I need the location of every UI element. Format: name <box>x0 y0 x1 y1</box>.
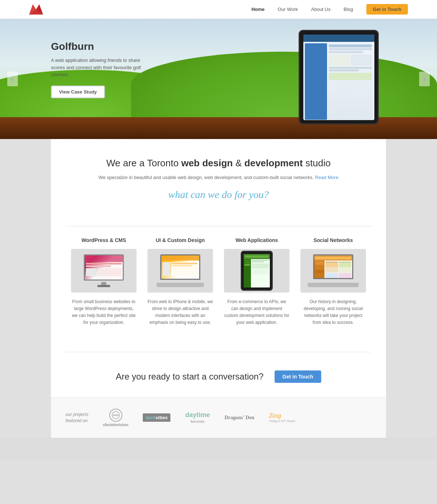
hero-hill-right <box>131 52 437 117</box>
cta-section: Are you ready to start a conversation? G… <box>51 360 386 397</box>
dragons-den-label: Dragons' Den <box>224 415 254 420</box>
hero-next-button[interactable]: › <box>419 72 430 86</box>
monitor-icon <box>82 254 126 287</box>
featured-cbc-logo: cbctelevision <box>103 409 129 427</box>
laptop2-icon <box>308 254 359 287</box>
cbc-gem-icon <box>109 409 122 422</box>
studio-headline-suffix: studio <box>303 158 331 168</box>
what-can-label: what can we do for you? <box>66 189 371 201</box>
hero-device-mockup <box>299 30 379 124</box>
cta-headline: Are you ready to start a conversation? <box>116 372 264 382</box>
svg-point-5 <box>115 414 117 416</box>
nav-blog[interactable]: Blog <box>343 7 353 12</box>
studio-headline: We are a Toronto web design & developmen… <box>66 157 371 170</box>
nav-home[interactable]: Home <box>251 7 264 12</box>
hero-prev-button[interactable]: ‹ <box>7 72 18 86</box>
hero-title: Golfburn <box>51 41 153 52</box>
service-web-apps: Web Applications <box>219 237 295 334</box>
page-footer <box>0 438 437 460</box>
svg-point-6 <box>117 414 118 416</box>
services-grid: WordPress & CMS <box>51 237 386 345</box>
techvibes-label: techvibes <box>143 413 170 422</box>
studio-headline-mid: & <box>233 158 244 168</box>
read-more-link[interactable]: Read More <box>315 175 338 180</box>
featured-section: our projects featured on cbctelevision <box>51 397 386 438</box>
studio-bold-development: development <box>244 158 303 168</box>
hero-text-content: Golfburn A web application allowing frie… <box>0 19 153 98</box>
featured-zing-logo: ZingToday's HIT Music <box>269 413 295 423</box>
service-webapps-image <box>224 249 290 293</box>
nav-our-work[interactable]: Our Work <box>278 7 298 12</box>
nav-links: Home Our Work About Us Blog Get in Touch <box>251 4 408 15</box>
navigation: Home Our Work About Us Blog Get in Touch <box>0 0 437 19</box>
service-social-desc: Our history in designing, developing, an… <box>300 298 366 326</box>
service-ui-design: UI & Custom Design <box>142 237 219 334</box>
studio-description: We specialize in beautiful and usable we… <box>66 175 371 180</box>
featured-daytime-logo: daytime toronto <box>185 411 210 424</box>
service-ui-desc: From web to iPhone & mobile, we strive t… <box>147 298 213 326</box>
featured-label: our projects featured on <box>66 412 88 424</box>
nav-get-in-touch-button[interactable]: Get in Touch <box>366 4 408 15</box>
cbc-label: cbctelevision <box>103 422 129 427</box>
service-webapps-desc: From e-commerce to APIs, we can design a… <box>224 298 290 326</box>
hero-slider: ‹ › Golfburn A web application allowing … <box>0 19 437 139</box>
studio-headline-prefix: We are a Toronto <box>106 158 181 168</box>
studio-section: We are a Toronto web design & developmen… <box>51 139 386 222</box>
hero-description: A web application allowing friends to sh… <box>51 57 153 78</box>
tablet-device-icon <box>241 251 273 291</box>
service-social-image <box>300 249 366 293</box>
service-wordpress-image <box>71 249 137 293</box>
daytime-toronto-text: toronto <box>185 419 210 424</box>
featured-logos: cbctelevision techvibes daytime toronto … <box>103 409 371 427</box>
featured-dragons-logo: Dragons' Den <box>224 415 254 421</box>
daytime-day-text: daytime <box>185 411 210 419</box>
zing-tagline: Today's HIT Music <box>269 419 295 423</box>
featured-techvibes-logo: techvibes <box>143 415 170 420</box>
main-content: We are a Toronto web design & developmen… <box>51 139 386 438</box>
section-divider-2 <box>66 352 371 352</box>
logo[interactable] <box>29 4 43 15</box>
svg-point-4 <box>113 414 115 416</box>
view-case-study-button[interactable]: View Case Study <box>51 86 105 98</box>
service-webapps-title: Web Applications <box>224 237 290 243</box>
service-ui-image <box>147 249 213 293</box>
service-wordpress: WordPress & CMS <box>66 237 142 334</box>
service-ui-title: UI & Custom Design <box>147 237 213 243</box>
cta-get-in-touch-button[interactable]: Get in Touch <box>275 370 322 383</box>
service-social: Social Networks <box>295 237 371 334</box>
zing-label: ZingToday's HIT Music <box>269 413 295 423</box>
laptop-icon <box>157 254 204 287</box>
service-social-title: Social Networks <box>300 237 366 243</box>
service-wordpress-title: WordPress & CMS <box>71 237 137 243</box>
section-divider-1 <box>66 226 371 226</box>
service-wordpress-desc: From small business websites to large Wo… <box>71 298 137 326</box>
nav-about-us[interactable]: About Us <box>311 7 330 12</box>
studio-bold-webdesign: web design <box>181 158 233 168</box>
